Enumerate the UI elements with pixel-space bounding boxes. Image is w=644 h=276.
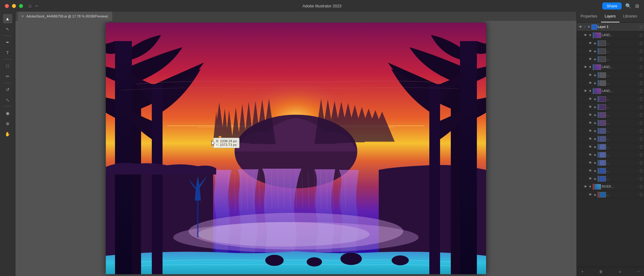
land3-s2-expand[interactable]: ▶ xyxy=(593,105,597,109)
layers-tab[interactable]: Layers xyxy=(601,12,619,22)
layer1-expand[interactable]: ▶ xyxy=(587,25,591,29)
sub3-lock[interactable] xyxy=(640,58,643,61)
land3-s3-expand[interactable]: ▶ xyxy=(593,113,597,117)
land1-sub1-row[interactable]: 👁 ▶ ... xyxy=(577,39,644,47)
pen-tool[interactable]: ✒ xyxy=(3,38,12,47)
land3-row[interactable]: 👁 ▶ LAND... xyxy=(577,87,644,95)
land3-s5-eye[interactable]: 👁 xyxy=(588,128,593,133)
scale-tool[interactable]: ⤡ xyxy=(3,95,12,105)
type-tool[interactable]: T xyxy=(3,48,12,57)
land3-s6-expand[interactable]: ▶ xyxy=(593,137,597,141)
brush-tool[interactable]: ✏ xyxy=(3,72,12,81)
land2-expand[interactable]: ▶ xyxy=(588,65,592,69)
close-button[interactable] xyxy=(5,4,9,8)
land3-sub9[interactable]: 👁 ▶ ... xyxy=(577,159,644,167)
land2-sub2-row[interactable]: 👁 ▶ ... xyxy=(577,79,644,87)
direct-select-tool[interactable]: ↖ xyxy=(3,25,12,34)
river-visibility[interactable]: 👁 xyxy=(583,184,588,189)
sub1-lock[interactable] xyxy=(640,42,643,45)
land3-s8-expand[interactable]: ▶ xyxy=(593,153,597,157)
land3-s10-eye[interactable]: 👁 xyxy=(588,168,593,173)
land3-sub1[interactable]: 👁 ▶ ... xyxy=(577,95,644,103)
land3-s11-expand[interactable]: ▶ xyxy=(593,177,597,181)
land1-visibility[interactable]: 👁 xyxy=(583,33,588,38)
land3-sub3[interactable]: 👁 ▶ ... xyxy=(577,111,644,119)
land3-s5-expand[interactable]: ▶ xyxy=(593,129,597,133)
land3-lock[interactable] xyxy=(640,90,643,93)
layer1-lock[interactable] xyxy=(640,25,643,29)
land2-sub2-visibility[interactable]: 👁 xyxy=(588,81,593,86)
river-s1-eye[interactable]: 👁 xyxy=(588,192,593,197)
land3-s4-expand[interactable]: ▶ xyxy=(593,121,597,125)
land1-lock[interactable] xyxy=(640,34,643,37)
select-tool[interactable]: ▲ xyxy=(3,14,12,23)
l3s5-lock[interactable] xyxy=(640,129,643,132)
l3s3-lock[interactable] xyxy=(640,113,643,117)
l3s1-lock[interactable] xyxy=(640,98,643,101)
sub2-lock[interactable] xyxy=(640,50,643,53)
layer1-header[interactable]: 👁 ✓ ▶ Layer 1 xyxy=(577,23,644,31)
land3-s1-eye[interactable]: 👁 xyxy=(588,97,593,102)
l3s8-lock[interactable] xyxy=(640,153,643,156)
land3-s9-expand[interactable]: ▶ xyxy=(593,161,597,165)
land3-s10-expand[interactable]: ▶ xyxy=(593,169,597,173)
land1-sub1-expand[interactable]: ▶ xyxy=(593,41,597,45)
l3s4-lock[interactable] xyxy=(640,121,643,125)
land2-sub1-expand[interactable]: ▶ xyxy=(593,73,597,77)
land2s2-lock[interactable] xyxy=(640,82,643,85)
land2-row[interactable]: 👁 ▶ LAND... xyxy=(577,63,644,71)
land3-s3-eye[interactable]: 👁 xyxy=(588,113,593,117)
land3-s2-eye[interactable]: 👁 xyxy=(588,105,593,109)
properties-tab[interactable]: Properties xyxy=(577,12,601,22)
land3-s9-eye[interactable]: 👁 xyxy=(588,160,593,165)
home-icon[interactable]: ⌂ xyxy=(29,3,32,9)
land2-sub2-expand[interactable]: ▶ xyxy=(593,81,597,85)
grid-icon[interactable]: ⊞ xyxy=(635,3,639,9)
land3-sub5[interactable]: 👁 ▶ ... xyxy=(577,127,644,135)
land3-visibility[interactable]: 👁 xyxy=(583,89,588,94)
river-lock[interactable] xyxy=(640,185,643,188)
active-document-tab[interactable]: ✕ AdobeStock_444686758.ai @ 17.78 % (RGB… xyxy=(18,12,112,21)
panel-options-button[interactable]: ⋯ xyxy=(635,269,642,275)
land3-sub4[interactable]: 👁 ▶ ... xyxy=(577,119,644,127)
land3-s7-expand[interactable]: ▶ xyxy=(593,145,597,149)
land3-s11-eye[interactable]: 👁 xyxy=(588,176,593,181)
land1-sub2-row[interactable]: 👁 ▶ ... xyxy=(577,47,644,55)
land2-sub1-visibility[interactable]: 👁 xyxy=(588,73,593,78)
land1-sub2-visibility[interactable]: 👁 xyxy=(588,49,593,54)
land1-sub3-visibility[interactable]: 👁 xyxy=(588,57,593,62)
land3-expand[interactable]: ▶ xyxy=(588,89,592,93)
hand-tool[interactable]: ✋ xyxy=(3,129,12,139)
maximize-button[interactable] xyxy=(19,4,23,8)
land3-s8-eye[interactable]: 👁 xyxy=(588,152,593,157)
l3s2-lock[interactable] xyxy=(640,105,643,109)
eyedropper-tool[interactable]: ◉ xyxy=(3,109,12,118)
river-s1-expand[interactable]: ▶ xyxy=(593,193,597,197)
minimize-button[interactable] xyxy=(12,4,16,8)
land1-sub1-visibility[interactable]: 👁 xyxy=(588,41,593,46)
land2-sub1-row[interactable]: 👁 ▶ ... xyxy=(577,71,644,79)
delete-layer-button[interactable]: 🗑 xyxy=(598,269,604,275)
land1-sub3-row[interactable]: 👁 ▶ ... xyxy=(577,55,644,63)
land3-s7-eye[interactable]: 👁 xyxy=(588,144,593,149)
share-button[interactable]: Share xyxy=(602,2,622,10)
l3s6-lock[interactable] xyxy=(640,137,643,140)
tab-close-button[interactable]: ✕ xyxy=(20,14,25,18)
add-layer-button[interactable]: + xyxy=(579,269,585,275)
land3-sub8[interactable]: 👁 ▶ ... xyxy=(577,151,644,159)
land2-lock[interactable] xyxy=(640,66,643,69)
search-icon[interactable]: 🔍 xyxy=(625,3,631,9)
land1-row[interactable]: 👁 ▶ LAND... xyxy=(577,31,644,39)
river-row[interactable]: 👁 ▶ RIVER... xyxy=(577,183,644,191)
l3s10-lock[interactable] xyxy=(640,169,643,172)
land1-expand[interactable]: ▶ xyxy=(588,33,592,37)
land3-sub6[interactable]: 👁 ▶ ... xyxy=(577,135,644,143)
shape-tool[interactable]: □ xyxy=(3,61,12,71)
rs1-lock[interactable] xyxy=(640,193,643,196)
rotate-tool[interactable]: ↺ xyxy=(3,85,12,94)
canvas-area[interactable]: X: 1038.24 px Y: 1073.73 px xyxy=(15,21,577,276)
land2s1-lock[interactable] xyxy=(640,74,643,77)
land2-visibility[interactable]: 👁 xyxy=(583,65,588,70)
zoom-tool[interactable]: ⊕ xyxy=(3,119,12,128)
land1-sub3-expand[interactable]: ▶ xyxy=(593,57,597,61)
